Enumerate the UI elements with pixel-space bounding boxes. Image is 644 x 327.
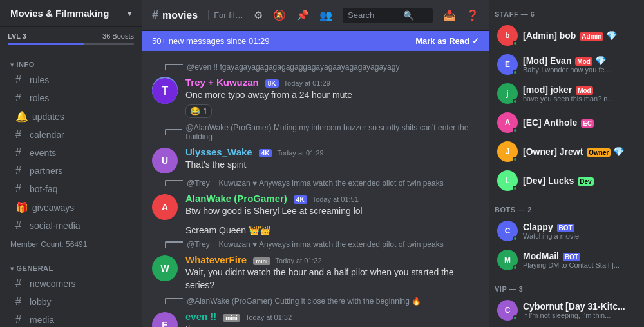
- ec-badge: EC: [581, 119, 594, 128]
- staff-category: STAFF — 6: [489, 0, 644, 21]
- member-info: Cybornut [Day 31-Kitc... If I'm not slee…: [523, 301, 636, 319]
- mark-read-label: Mark as Read: [415, 36, 469, 46]
- channel-name: giveaways: [32, 203, 74, 213]
- message-header: Trey + Kuwuzan 8K Today at 01:29: [185, 77, 479, 88]
- search-bar[interactable]: 🔍: [343, 8, 433, 23]
- channel-giveaways[interactable]: 🎁 giveaways: [5, 199, 137, 216]
- message-author[interactable]: Ulysses_Wake: [185, 146, 252, 157]
- channel-calendar[interactable]: # calendar: [5, 126, 137, 143]
- category-general[interactable]: ▾ GENERAL: [0, 254, 142, 275]
- member-clappy[interactable]: C Clappy BOT Watching a movie: [492, 217, 641, 245]
- reaction-button[interactable]: 😂 1: [185, 104, 212, 118]
- hash-icon: #: [15, 74, 26, 86]
- channel-newcomers[interactable]: # newcomers: [5, 275, 137, 292]
- members-icon[interactable]: 👥: [319, 9, 332, 21]
- reply-preview: @Trey + Kuwuzan ♥ Anyways imma watch the…: [187, 240, 444, 249]
- author-badge: 4K: [294, 195, 307, 204]
- author-badge: 8K: [265, 79, 279, 88]
- vip-category: VIP — 3: [489, 275, 644, 295]
- channel-roles[interactable]: # roles: [5, 90, 137, 106]
- reply-indicator: @even !! fgayagayagagagagagaggagayagaaya…: [155, 61, 489, 73]
- mark-read-icon: ✓: [472, 36, 479, 46]
- avatar: A: [152, 194, 178, 220]
- server-header[interactable]: Movies & Filmmaking ▾: [0, 0, 142, 27]
- top-bar-icons: ⚙ 🔕 📌 👥 🔍 📥 ❓: [254, 8, 479, 23]
- member-anthole[interactable]: A [EC] Anthole EC: [492, 108, 641, 137]
- avatar: [152, 77, 178, 103]
- member-avatar: L: [497, 170, 518, 191]
- message-author[interactable]: Trey + Kuwuzan: [185, 77, 259, 88]
- member-name: [Dev] Lucks Dev: [523, 175, 636, 186]
- reaction-count: 1: [203, 106, 207, 116]
- member-status: Watching a movie: [523, 232, 636, 240]
- channel-social-media[interactable]: # social-media: [5, 217, 137, 234]
- message-author[interactable]: WhateverFire: [185, 254, 247, 265]
- member-status: Playing DM to Contact Staff |...: [523, 261, 636, 269]
- channel-lobby[interactable]: # lobby: [5, 293, 137, 310]
- reply-line: [165, 241, 183, 248]
- search-input[interactable]: [348, 10, 399, 20]
- member-info: [Owner] Jrewt Owner 💎: [523, 146, 636, 157]
- channel-updates[interactable]: 🔔 updates: [5, 108, 137, 125]
- reply-indicator: @Trey + Kuwuzan ♥ Anyways imma watch the…: [155, 239, 489, 250]
- member-evan[interactable]: E [Mod] Evan Mod 💎 Baby I wonder how you…: [492, 50, 641, 79]
- threads-icon[interactable]: ⚙: [254, 9, 263, 21]
- server-name: Movies & Filmmaking: [10, 8, 109, 19]
- channel-title-name: movies: [162, 10, 198, 21]
- message-timestamp: Today at 01:29: [284, 79, 330, 87]
- messages-area: @even !! fgayagayagagagagagaggagayagaaya…: [142, 51, 489, 327]
- category-arrow-icon: ▾: [10, 61, 14, 68]
- pin-icon[interactable]: 📌: [296, 9, 309, 21]
- message-author[interactable]: even !!: [185, 311, 216, 322]
- reply-line: [165, 129, 182, 135]
- inbox-icon[interactable]: 📥: [443, 9, 456, 21]
- channel-media[interactable]: # media: [5, 312, 137, 327]
- status-dot: [513, 265, 518, 270]
- status-dot: [513, 236, 518, 241]
- notification-icon[interactable]: 🔕: [273, 9, 286, 21]
- reply-indicator: @AlanWake (ProGamer) Cutting it close th…: [155, 295, 489, 307]
- message-text: Btw how good is Sheryl Lee at screaming …: [185, 205, 479, 218]
- member-avatar: b: [497, 25, 518, 46]
- channel-rules[interactable]: # rules: [5, 72, 137, 88]
- message-author[interactable]: AlanWake (ProGamer): [185, 193, 287, 204]
- member-name: Cybornut [Day 31-Kitc...: [523, 301, 636, 312]
- member-bob[interactable]: b [Admin] bob Admin 💎: [492, 21, 641, 50]
- member-modmail[interactable]: M ModMail BOT Playing DM to Contact Staf…: [492, 246, 641, 274]
- channel-partners[interactable]: # partners: [5, 163, 137, 179]
- member-joker[interactable]: j [mod] joker Mod have you seen this man…: [492, 79, 641, 108]
- channel-events[interactable]: # events: [5, 144, 137, 161]
- message-text: the message came across: [185, 323, 479, 327]
- message-timestamp: Today at 01:29: [277, 149, 323, 157]
- member-lucks[interactable]: L [Dev] Lucks Dev: [492, 166, 641, 195]
- member-info: [Dev] Lucks Dev: [523, 175, 636, 186]
- message-content: WhateverFire mini Today at 01:32 Wait, y…: [185, 254, 479, 292]
- message-header: even !! mini Today at 01:32: [185, 311, 479, 322]
- server-chevron-icon: ▾: [128, 9, 131, 18]
- member-jrewt[interactable]: J [Owner] Jrewt Owner 💎: [492, 137, 641, 166]
- member-status: Baby I wonder how you fe...: [523, 66, 636, 74]
- mark-read-button[interactable]: Mark as Read ✓: [415, 36, 479, 46]
- channel-title: # movies: [152, 8, 198, 22]
- message-content: even !! mini Today at 01:32 the message …: [185, 311, 479, 327]
- status-dot: [513, 41, 518, 46]
- main-content: # movies For film related conversations!…: [142, 0, 489, 327]
- status-dot: [513, 157, 518, 162]
- channel-bot-faq[interactable]: # bot-faq: [5, 181, 137, 197]
- help-icon[interactable]: ❓: [466, 9, 479, 21]
- member-count: Member Count: 56491: [0, 235, 142, 254]
- reply-preview: @AlanWake (ProGamer) Cutting it close th…: [187, 297, 421, 306]
- hash-icon: #: [15, 183, 26, 195]
- level-badge: LVL 3: [8, 32, 26, 40]
- member-info: Clappy BOT Watching a movie: [523, 222, 636, 240]
- category-info[interactable]: ▾ INFO: [0, 50, 142, 71]
- hash-icon: #: [15, 129, 26, 141]
- member-cybornut[interactable]: C Cybornut [Day 31-Kitc... If I'm not sl…: [492, 296, 641, 324]
- boost-count: 36 Boosts: [102, 32, 134, 40]
- avatar-img: [152, 78, 178, 104]
- member-name: [Admin] bob Admin 💎: [523, 30, 636, 41]
- bot-badge: BOT: [557, 224, 574, 232]
- hash-icon: #: [15, 296, 26, 308]
- member-avatar: C: [497, 221, 518, 241]
- search-icon: 🔍: [403, 10, 414, 21]
